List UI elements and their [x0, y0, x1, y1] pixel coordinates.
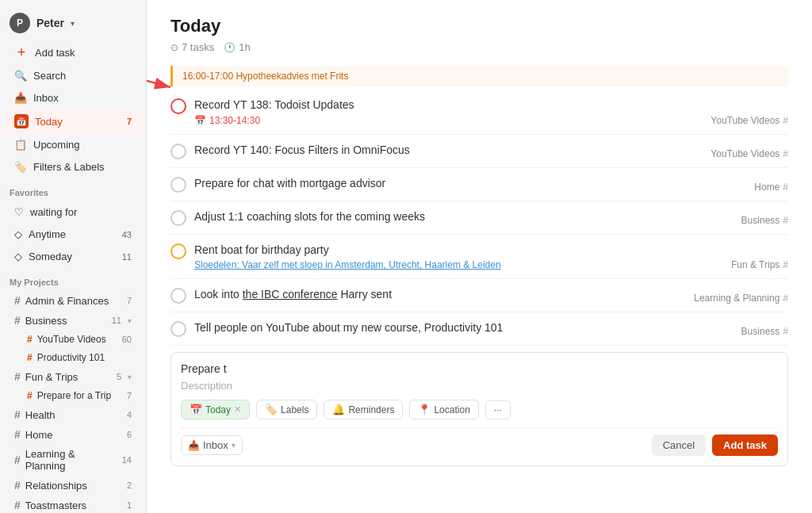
hash-icon: # [14, 428, 21, 441]
sidebar-item-health[interactable]: # Health 4 [5, 405, 141, 424]
filters-label: Filters & Labels [33, 161, 105, 173]
task-project: Learning & Planning # [684, 293, 788, 304]
task-project: Home # [745, 182, 788, 193]
sidebar-item-learning-planning[interactable]: # Learning & Planning 14 [5, 445, 141, 475]
chevron-down-icon: ▾ [232, 441, 236, 450]
sidebar-item-prepare-trip[interactable]: # Prepare for a Trip 7 [5, 387, 141, 404]
project-name: YouTube Videos [710, 115, 779, 126]
add-task-button[interactable]: + Add task [5, 40, 141, 64]
waiting-for-label: waiting for [30, 206, 77, 218]
task-action-row: 📅 Today ✕ 🏷️ Labels 🔔 Reminders 📍 Locati… [181, 400, 778, 419]
project-name: Business [25, 315, 67, 327]
task-checkbox[interactable] [170, 243, 186, 259]
reminders-label: Reminders [348, 404, 394, 415]
project-name: Fun & Trips [731, 259, 779, 270]
time-estimate: 🕐 1h [224, 41, 250, 53]
task-row: Adjust 1:1 coaching slots for the coming… [170, 201, 788, 235]
sidebar-item-waiting-for[interactable]: ♡ waiting for [5, 201, 141, 223]
project-name: Home [754, 182, 779, 193]
task-row: Prepare for chat with mortgage advisor H… [170, 168, 788, 201]
hash-icon: # [783, 326, 788, 337]
task-checkbox[interactable] [170, 98, 186, 114]
heart-icon: ♡ [14, 206, 24, 218]
sidebar-item-today[interactable]: 📅 Today 7 [5, 109, 141, 133]
sidebar-item-relationships[interactable]: # Relationships 2 [5, 476, 141, 495]
sidebar-item-fun-trips[interactable]: # Fun & Trips 5 ▾ [5, 367, 141, 386]
sidebar-item-toastmasters[interactable]: # Toastmasters 1 [5, 496, 141, 513]
reminders-button[interactable]: 🔔 Reminders [324, 400, 403, 419]
task-body: Look into the IBC conference Harry sent [194, 287, 684, 303]
sidebar-item-anytime[interactable]: ◇ Anytime 43 [5, 224, 141, 245]
hash-icon: # [14, 294, 21, 307]
task-checkbox[interactable] [170, 177, 186, 193]
project-name: Prepare for a Trip [37, 390, 111, 401]
task-title-input[interactable] [181, 362, 778, 375]
project-name: YouTube Videos [710, 148, 779, 159]
more-button[interactable]: ··· [485, 400, 511, 419]
task-project: YouTube Videos # [701, 115, 788, 126]
chevron-down-icon: ▾ [128, 373, 132, 381]
hash-icon: # [14, 314, 21, 327]
task-row: Rent boat for birthday party Sloedelen: … [170, 235, 788, 280]
project-name: Admin & Finances [25, 295, 109, 307]
task-link[interactable]: Sloedelen: Vaar zelf met sloep in Amster… [194, 259, 501, 270]
remove-date-button[interactable]: ✕ [234, 404, 241, 415]
task-body: Record YT 140: Focus Filters in OmniFocu… [194, 143, 701, 159]
sidebar-item-filters[interactable]: 🏷️ Filters & Labels [5, 156, 141, 178]
project-name: Learning & Planning [694, 293, 779, 304]
sidebar-item-inbox[interactable]: 📥 Inbox [5, 87, 141, 109]
hash-icon: # [783, 182, 788, 193]
more-icon: ··· [494, 404, 502, 415]
cancel-button[interactable]: Cancel [652, 435, 706, 456]
location-button[interactable]: 📍 Location [409, 400, 478, 419]
sidebar-item-someday[interactable]: ◇ Someday 11 [5, 246, 141, 267]
sidebar-item-search[interactable]: 🔍 Search [5, 65, 141, 86]
upcoming-icon: 📋 [14, 139, 27, 151]
sidebar-item-upcoming[interactable]: 📋 Upcoming [5, 134, 141, 155]
main-content: Today ⊙ 7 tasks 🕐 1h 16:00-17:00 Hypothe… [147, 0, 812, 513]
task-title: Rent boat for birthday party [194, 243, 722, 258]
task-checkbox[interactable] [170, 144, 186, 159]
project-badge: 4 [127, 410, 132, 419]
project-badge: 60 [122, 335, 132, 344]
upcoming-label: Upcoming [33, 139, 80, 151]
project-name: Fun & Trips [25, 371, 78, 383]
task-row: Record YT 140: Focus Filters in OmniFocu… [170, 135, 788, 168]
sidebar-item-admin-finances[interactable]: # Admin & Finances 7 [5, 291, 141, 310]
filters-icon: 🏷️ [14, 161, 27, 173]
task-title: Look into the IBC conference Harry sent [194, 287, 684, 303]
task-checkbox[interactable] [170, 210, 186, 226]
hash-icon: # [27, 390, 33, 401]
today-label: Today [35, 116, 63, 128]
inbox-selector[interactable]: 📥 Inbox ▾ [181, 435, 243, 455]
sidebar-item-youtube-videos[interactable]: # YouTube Videos 60 [5, 331, 141, 348]
hash-icon: # [14, 454, 21, 466]
task-title: Record YT 140: Focus Filters in OmniFocu… [194, 143, 701, 159]
project-badge: 7 [127, 391, 132, 400]
hash-icon: # [14, 408, 21, 421]
task-title: Tell people on YouTube about my new cour… [194, 320, 732, 336]
hash-icon: # [783, 293, 788, 304]
inbox-icon: 📥 [188, 440, 200, 451]
sidebar-item-home[interactable]: # Home 6 [5, 425, 141, 444]
add-task-button[interactable]: Add task [712, 435, 778, 456]
task-checkbox[interactable] [170, 288, 186, 304]
user-menu[interactable]: P Peter ▾ [0, 6, 146, 40]
inbox-label: Inbox [33, 92, 59, 104]
someday-badge: 11 [122, 252, 132, 262]
date-button[interactable]: 📅 Today ✕ [181, 400, 250, 419]
chevron-down-icon: ▾ [128, 316, 132, 325]
sidebar: P Peter ▾ + Add task 🔍 Search 📥 Inbox 📅 … [0, 0, 147, 513]
sidebar-item-productivity-101[interactable]: # Productivity 101 [5, 349, 141, 366]
project-name: Toastmasters [25, 500, 86, 511]
someday-icon: ◇ [14, 251, 22, 262]
labels-label: Labels [281, 404, 308, 415]
project-badge: 5 [117, 372, 121, 381]
task-checkbox[interactable] [170, 321, 186, 337]
hash-icon: # [783, 215, 788, 226]
labels-button[interactable]: 🏷️ Labels [256, 400, 317, 419]
sidebar-item-business[interactable]: # Business 11 ▾ [5, 311, 141, 330]
plus-icon: + [14, 45, 29, 59]
time-block: 16:00-17:00 Hypotheekadvies met Frits [170, 66, 788, 86]
search-icon: 🔍 [14, 70, 27, 82]
